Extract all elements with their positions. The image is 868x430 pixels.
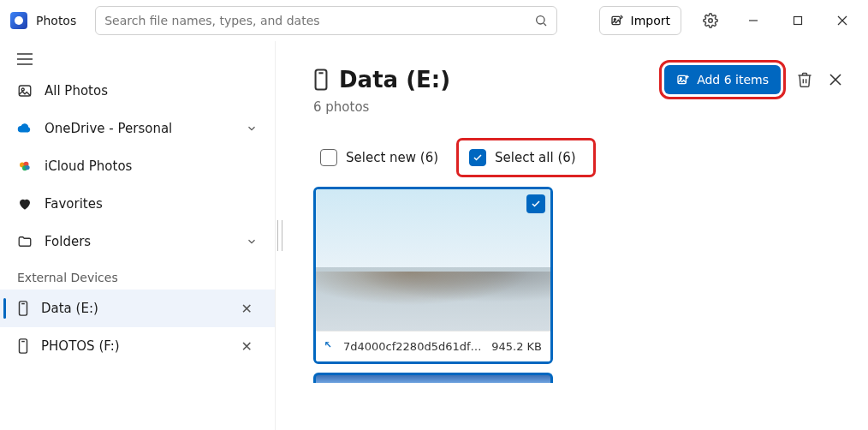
select-new-checkbox[interactable]: Select new (6)	[313, 146, 445, 170]
svg-point-13	[21, 88, 24, 91]
photo-filename: 7d4000cf2280d5d61df26c6ab558...	[343, 340, 485, 353]
sidebar-item-label: Data (E:)	[41, 301, 98, 316]
remove-device-button[interactable]: ✕	[236, 335, 258, 358]
svg-point-17	[25, 165, 29, 170]
add-items-label: Add 6 items	[697, 73, 769, 87]
window-close[interactable]	[823, 7, 861, 34]
select-new-label: Select new (6)	[346, 150, 438, 165]
sidebar-item-label: OneDrive - Personal	[45, 121, 172, 136]
add-items-button[interactable]: Add 6 items	[664, 65, 781, 94]
svg-point-0	[537, 16, 544, 24]
sidebar-item-favorites[interactable]: Favorites	[0, 185, 275, 223]
sidebar-item-icloud[interactable]: iCloud Photos	[0, 147, 275, 185]
drive-icon	[17, 338, 29, 354]
main-content: Data (E:) Add 6 items 6 photos Select ne…	[284, 41, 868, 430]
app-icon	[10, 12, 27, 29]
sidebar-item-all-photos[interactable]: All Photos	[0, 72, 275, 110]
selection-filters: Select new (6) Select all (6)	[313, 140, 842, 175]
drive-icon	[313, 69, 329, 91]
svg-rect-6	[794, 17, 802, 25]
photo-grid: 7d4000cf2280d5d61df26c6ab558... 945.2 KB	[313, 187, 842, 383]
expand-icon[interactable]	[324, 341, 336, 353]
add-media-icon	[676, 73, 690, 87]
page-title: Data (E:)	[313, 67, 450, 93]
app-title: Photos	[36, 14, 76, 27]
import-button[interactable]: Import	[599, 6, 681, 35]
cloud-icon	[17, 121, 33, 136]
header-actions: Add 6 items	[664, 65, 842, 94]
search-icon[interactable]	[534, 14, 548, 27]
remove-device-button[interactable]: ✕	[236, 297, 258, 320]
header-row: Data (E:) Add 6 items	[313, 65, 842, 94]
sidebar-section-external: External Devices	[0, 260, 275, 290]
svg-point-3	[614, 19, 615, 21]
checkbox-checked-icon	[469, 149, 486, 166]
icloud-icon	[17, 158, 33, 174]
sidebar-item-label: iCloud Photos	[45, 158, 132, 174]
sidebar-item-photos-f[interactable]: PHOTOS (F:) ✕	[0, 327, 275, 365]
hamburger-button[interactable]	[0, 46, 275, 72]
svg-line-1	[544, 23, 546, 26]
select-all-label: Select all (6)	[495, 150, 576, 165]
sidebar-item-folders[interactable]: Folders	[0, 223, 275, 260]
photo-count: 6 photos	[313, 99, 842, 115]
svg-point-25	[680, 78, 681, 80]
photo-selected-check-icon[interactable]	[526, 194, 545, 213]
photo-meta: 7d4000cf2280d5d61df26c6ab558... 945.2 KB	[316, 331, 550, 361]
photo-card-partial[interactable]	[313, 373, 553, 383]
heart-icon	[17, 196, 33, 212]
select-all-checkbox[interactable]: Select all (6)	[462, 146, 583, 170]
window-maximize[interactable]	[779, 7, 817, 34]
sidebar-item-data-e[interactable]: Data (E:) ✕	[0, 290, 275, 327]
import-icon	[610, 14, 624, 27]
svg-point-4	[709, 19, 713, 23]
checkbox-icon	[320, 149, 337, 166]
sidebar-item-label: PHOTOS (F:)	[41, 338, 120, 354]
window-minimize[interactable]	[734, 7, 772, 34]
folder-icon	[17, 234, 33, 249]
sidebar-item-onedrive[interactable]: OneDrive - Personal	[0, 110, 275, 147]
page-title-text: Data (E:)	[339, 67, 450, 93]
splitter-handle[interactable]	[276, 41, 284, 430]
svg-line-30	[326, 342, 330, 346]
photo-size: 945.2 KB	[491, 340, 542, 353]
highlight-box: Select all (6)	[459, 140, 593, 175]
chevron-down-icon	[246, 236, 258, 248]
titlebar: Photos Import	[0, 0, 868, 41]
sidebar-item-label: All Photos	[45, 83, 108, 99]
sidebar: All Photos OneDrive - Personal iCloud Ph…	[0, 41, 276, 430]
search-input[interactable]	[104, 14, 534, 27]
settings-button[interactable]	[693, 3, 728, 38]
titlebar-left: Photos	[7, 12, 76, 29]
sidebar-item-label: Favorites	[45, 196, 103, 212]
sidebar-item-label: Folders	[45, 234, 91, 249]
import-label: Import	[631, 14, 670, 27]
close-panel-button[interactable]	[829, 73, 842, 87]
chevron-down-icon	[246, 122, 258, 134]
image-icon	[17, 83, 33, 99]
photo-thumbnail[interactable]	[316, 189, 550, 331]
delete-button[interactable]	[796, 71, 813, 88]
photo-card[interactable]: 7d4000cf2280d5d61df26c6ab558... 945.2 KB	[313, 187, 553, 364]
drive-icon	[17, 301, 29, 316]
search-box[interactable]	[95, 6, 557, 35]
